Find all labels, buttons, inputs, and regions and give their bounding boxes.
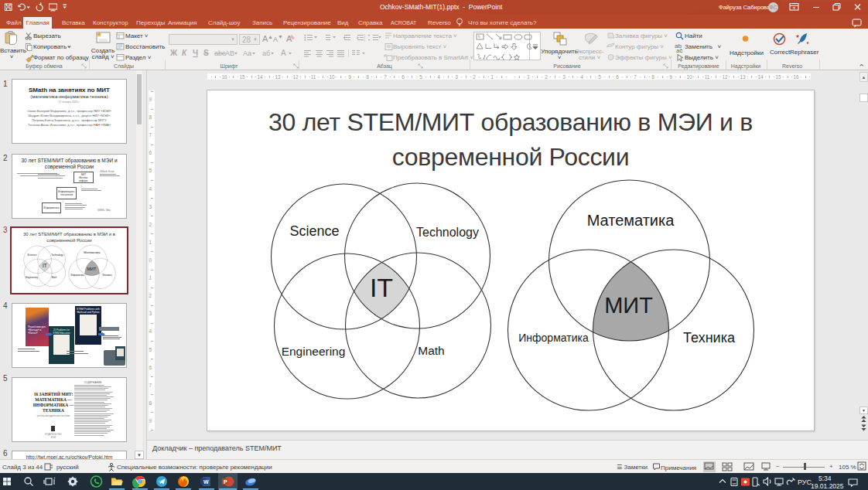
svg-text:РУС: РУС bbox=[798, 478, 812, 486]
svg-text:Technology: Technology bbox=[416, 226, 479, 239]
svg-text:Ж: Ж bbox=[169, 49, 178, 57]
svg-text:19.01.2025: 19.01.2025 bbox=[811, 482, 844, 490]
svg-text:W: W bbox=[203, 479, 209, 485]
svg-text:30 лет STEM/МИТ образованию в: 30 лет STEM/МИТ образованию в МЭИ и в bbox=[268, 108, 753, 136]
svg-text:современной России: современной России bbox=[46, 237, 91, 243]
svg-text:Science: Science bbox=[27, 254, 36, 257]
svg-text:АВ: АВ bbox=[225, 49, 234, 57]
svg-text:▲: ▲ bbox=[268, 34, 273, 39]
svg-text:Математика: Математика bbox=[84, 251, 101, 254]
svg-text:abc: abc bbox=[214, 49, 226, 57]
svg-text:современной России: современной России bbox=[392, 143, 630, 171]
svg-text:А: А bbox=[281, 49, 286, 57]
svg-text:МИТ: МИТ bbox=[604, 293, 653, 318]
svg-text:▼: ▼ bbox=[278, 34, 283, 39]
svg-text:Science: Science bbox=[289, 223, 339, 239]
svg-text:Информатика: Информатика bbox=[70, 274, 84, 277]
svg-text:IT: IT bbox=[43, 263, 47, 268]
svg-text:Техника: Техника bbox=[683, 330, 736, 345]
svg-text:Engineering: Engineering bbox=[26, 276, 38, 279]
svg-text:МИТ: МИТ bbox=[87, 267, 97, 271]
svg-text:30 лет STEM/МИТ образованию в: 30 лет STEM/МИТ образованию в МЭИ и в bbox=[23, 231, 115, 236]
svg-text:Аа: Аа bbox=[243, 49, 251, 57]
svg-text:IT: IT bbox=[370, 273, 393, 302]
svg-text:ac: ac bbox=[676, 47, 682, 54]
svg-text:Engineering: Engineering bbox=[282, 345, 346, 358]
svg-text:5:34: 5:34 bbox=[818, 475, 832, 482]
svg-text:К: К bbox=[182, 49, 187, 57]
svg-text:Техника: Техника bbox=[102, 274, 112, 277]
svg-text:S: S bbox=[203, 49, 209, 57]
svg-text:P: P bbox=[224, 479, 227, 485]
svg-text:Math: Math bbox=[52, 276, 57, 279]
svg-text:Ч: Ч bbox=[193, 49, 198, 57]
svg-text:Math: Math bbox=[418, 344, 444, 357]
svg-text:Математика: Математика bbox=[587, 212, 675, 229]
svg-text:Информатика: Информатика bbox=[518, 332, 589, 344]
svg-text:аб: аб bbox=[262, 49, 270, 57]
svg-text:Technology: Technology bbox=[51, 254, 63, 257]
